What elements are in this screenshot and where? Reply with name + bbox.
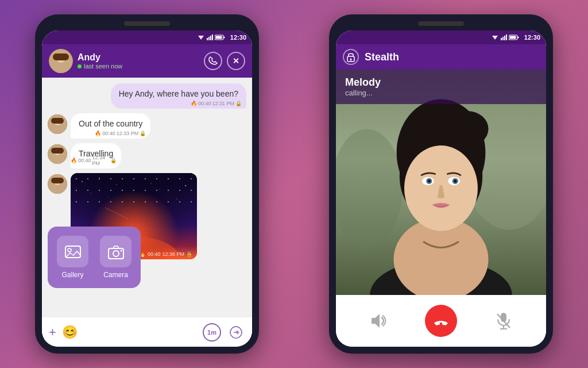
chat-bottom-bar: + 😊 1m [42, 317, 252, 347]
msg-time-2: 🔥 00:40 12:33 PM 🔒 [95, 131, 146, 136]
last-seen-text: last seen now [84, 63, 122, 70]
svg-point-71 [428, 179, 431, 182]
svg-marker-73 [372, 314, 380, 328]
end-call-button[interactable] [425, 305, 457, 337]
svg-point-43 [113, 251, 119, 256]
svg-marker-47 [492, 36, 498, 40]
status-time-1: 12:30 [230, 34, 246, 41]
wifi-icon [198, 34, 204, 40]
minute-badge[interactable]: 1m [203, 323, 221, 342]
image-msg-time: 🔥 00:40 12:36 PM 🔒 [140, 251, 192, 257]
camera-icon-box [100, 236, 131, 267]
gallery-icon [64, 244, 82, 260]
contact-avatar[interactable] [49, 49, 73, 73]
incoming-text-1: Out of the country 🔥 00:40 12:33 PM 🔒 [71, 113, 150, 139]
status-time-2: 12:30 [524, 34, 540, 41]
svg-marker-0 [198, 36, 204, 40]
message-text-1: Hey Andy, where have you been? [119, 89, 238, 98]
stars-overlay [71, 173, 197, 208]
svg-rect-3 [210, 36, 211, 40]
mute-icon [496, 312, 512, 330]
send-button[interactable] [227, 323, 245, 342]
emoji-button[interactable]: 😊 [62, 325, 78, 340]
svg-rect-2 [208, 37, 210, 40]
svg-point-72 [454, 179, 457, 182]
svg-rect-53 [517, 37, 519, 39]
call-controls [336, 295, 546, 347]
svg-line-38 [105, 208, 128, 219]
battery-icon-2 [509, 34, 519, 40]
svg-rect-51 [506, 34, 507, 40]
call-button[interactable] [204, 52, 222, 70]
app-name: Stealth [365, 51, 399, 63]
close-icon: ✕ [233, 56, 239, 66]
svg-rect-48 [501, 38, 502, 40]
battery-icon [215, 34, 225, 40]
fire-icon: 🔥 [191, 101, 197, 106]
svg-rect-49 [502, 37, 504, 40]
gallery-option[interactable]: Gallery [57, 236, 88, 279]
contact-info: Andy last seen now [78, 52, 122, 70]
svg-rect-23 [51, 178, 64, 183]
message-incoming-2: Travelling 🔥 00:40 12:34 PM 🔒 [48, 143, 246, 168]
signal-icon-2 [500, 34, 507, 40]
phone-2-frame: 12:30 Stealth [329, 14, 553, 354]
msg-time-3: 🔥 00:40 12:34 PM 🔒 [71, 155, 117, 166]
header-actions: ✕ [204, 52, 245, 70]
incoming-text-2: Travelling 🔥 00:40 12:34 PM 🔒 [71, 143, 121, 168]
status-icons [198, 34, 225, 40]
send-icon [229, 326, 243, 339]
gallery-icon-box [57, 236, 88, 267]
calling-status: calling... [345, 89, 537, 97]
call-header: Stealth [336, 44, 546, 70]
contact-status: last seen now [78, 63, 122, 70]
app-lock-icon [343, 49, 359, 65]
phone-icon [208, 56, 218, 66]
phone-notch [124, 21, 170, 26]
chat-header-left: Andy last seen now [49, 49, 122, 73]
caller-name: Melody [345, 76, 537, 89]
mute-button[interactable] [488, 305, 520, 337]
svg-rect-54 [509, 36, 516, 39]
close-button[interactable]: ✕ [227, 52, 245, 70]
camera-option[interactable]: Camera [100, 236, 131, 279]
gallery-label: Gallery [61, 271, 83, 279]
svg-rect-15 [51, 118, 64, 124]
contact-name: Andy [78, 52, 122, 63]
phone-1-frame: 12:30 Andy last seen now [35, 14, 259, 354]
speaker-button[interactable] [362, 305, 394, 337]
end-call-icon [432, 313, 450, 329]
svg-rect-4 [212, 34, 213, 40]
svg-point-44 [120, 250, 122, 251]
sender-avatar-2 [48, 144, 67, 164]
lock-icon-1: 🔒 [235, 101, 242, 106]
svg-rect-6 [223, 37, 225, 39]
status-bar-2: 12:30 [336, 30, 546, 44]
message-incoming-1: Out of the country 🔥 00:40 12:33 PM 🔒 [48, 113, 246, 139]
wifi-icon-2 [492, 34, 498, 40]
svg-point-65 [447, 111, 488, 147]
signal-icon [206, 34, 213, 40]
avatar-image [49, 49, 73, 73]
svg-rect-11 [53, 53, 69, 60]
chat-header: Andy last seen now ✕ [42, 44, 252, 78]
sender-face-3 [48, 174, 67, 194]
chat-screen: 12:30 Andy last seen now [42, 30, 252, 347]
sender-avatar-1 [48, 114, 67, 134]
camera-icon [107, 244, 125, 259]
calling-info-overlay: Melody calling... [336, 70, 546, 104]
svg-rect-19 [51, 148, 64, 154]
add-button[interactable]: + [49, 325, 56, 340]
phone-2-notch [418, 21, 464, 26]
sender-face-2 [48, 144, 67, 164]
status-bar-1: 12:30 [42, 30, 252, 44]
chat-messages[interactable]: Hey Andy, where have you been? 🔥 00:40 1… [42, 78, 252, 317]
speaker-icon [369, 312, 388, 330]
camera-label: Camera [103, 271, 128, 279]
caller-photo-area: Melody calling... [336, 70, 546, 295]
svg-rect-1 [207, 38, 208, 40]
media-picker-popup: Gallery Camera [48, 227, 141, 288]
svg-rect-50 [504, 36, 505, 40]
message-outgoing-1: Hey Andy, where have you been? 🔥 00:40 1… [111, 83, 246, 109]
call-screen: 12:30 Stealth [336, 30, 546, 347]
